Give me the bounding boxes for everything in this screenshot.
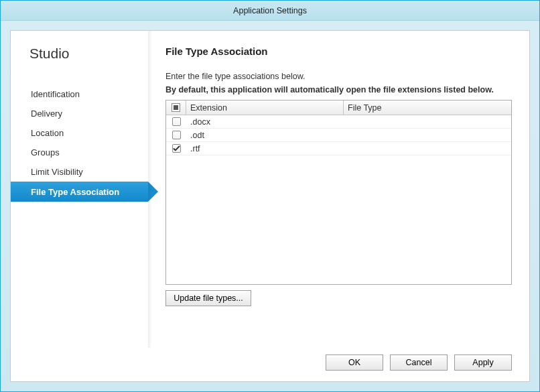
app-window: Application Settings Studio Identificati… — [0, 0, 540, 392]
window-title: Application Settings — [233, 6, 307, 15]
sidebar-item-label: Location — [31, 128, 64, 138]
table-row[interactable]: .docx — [166, 115, 511, 129]
grid-header: Extension File Type — [166, 101, 511, 115]
cancel-button[interactable]: Cancel — [390, 354, 448, 371]
row-checkbox[interactable] — [172, 117, 181, 126]
intro-text-1: Enter the file type associations below. — [165, 72, 512, 81]
apply-button[interactable]: Apply — [454, 354, 512, 371]
row-extension: .docx — [186, 117, 344, 127]
table-row[interactable]: .odt — [166, 129, 511, 142]
content-area: Studio Identification Delivery Location … — [11, 31, 529, 348]
row-extension: .rtf — [186, 144, 344, 153]
sidebar-item-label: Groups — [31, 147, 60, 157]
ok-button[interactable]: OK — [326, 354, 383, 371]
sidebar-item-groups[interactable]: Groups — [29, 143, 148, 162]
sidebar-item-identification[interactable]: Identification — [29, 84, 148, 104]
file-type-grid: Extension File Type .docx — [165, 100, 512, 285]
row-checkbox[interactable] — [172, 131, 181, 139]
sidebar-item-location[interactable]: Location — [29, 123, 148, 143]
outer-frame: Studio Identification Delivery Location … — [1, 21, 539, 391]
header-checkbox-cell[interactable] — [166, 101, 186, 115]
row-extension: .odt — [186, 131, 344, 140]
sidebar-item-label: Limit Visibility — [31, 167, 83, 177]
sidebar: Studio Identification Delivery Location … — [11, 31, 148, 348]
intro-text-2: By default, this application will automa… — [165, 85, 512, 94]
sidebar-item-label: File Type Association — [31, 187, 119, 197]
check-icon — [173, 145, 180, 152]
titlebar: Application Settings — [1, 1, 539, 21]
sidebar-item-delivery[interactable]: Delivery — [29, 104, 148, 123]
sidebar-title: Studio — [29, 46, 148, 62]
header-extension[interactable]: Extension — [186, 101, 344, 115]
dialog-footer: OK Cancel Apply — [11, 348, 529, 381]
sidebar-item-limit-visibility[interactable]: Limit Visibility — [29, 162, 148, 182]
main-panel: File Type Association Enter the file typ… — [148, 31, 529, 348]
nav-list: Identification Delivery Location Groups … — [29, 84, 148, 202]
page-title: File Type Association — [165, 46, 512, 57]
table-row[interactable]: .rtf — [166, 142, 511, 155]
sidebar-item-label: Identification — [31, 89, 80, 99]
header-filetype[interactable]: File Type — [344, 101, 511, 115]
sidebar-item-file-type-association[interactable]: File Type Association — [11, 182, 148, 202]
sidebar-item-label: Delivery — [31, 109, 62, 119]
inner-panel: Studio Identification Delivery Location … — [10, 30, 530, 382]
row-checkbox[interactable] — [172, 144, 181, 153]
tristate-checkbox-icon — [172, 103, 180, 112]
update-file-types-button[interactable]: Update file types... — [165, 290, 251, 306]
